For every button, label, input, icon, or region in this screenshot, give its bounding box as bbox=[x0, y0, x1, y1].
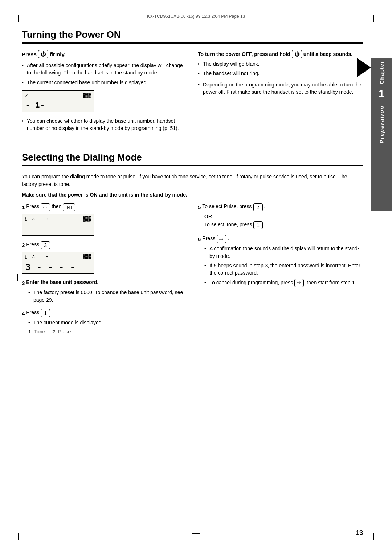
step-5-number: 5 bbox=[198, 204, 201, 210]
step-4-sublabels: 1: Tone 2: Pulse bbox=[28, 329, 187, 335]
to-turn-text2: until a beep sounds. bbox=[303, 51, 352, 57]
section1-right-bullet2: Depending on the programming mode, you m… bbox=[198, 81, 363, 96]
section1-right-bullets: The display will go blank. The handset w… bbox=[198, 60, 363, 77]
chapter-number: 1 bbox=[379, 88, 384, 100]
battery-icon: ▓▓▓ bbox=[83, 216, 91, 222]
antenna-icon: ℹ bbox=[25, 254, 27, 260]
or-text: OR bbox=[204, 214, 212, 219]
cancel-key: ⇨ bbox=[294, 279, 304, 287]
arrow-mid-icon: → bbox=[46, 216, 48, 221]
lcd-text-1: - 1- bbox=[26, 101, 45, 109]
step-1: 1 Press ⇨ then INT ℹ ʌ → ▓▓▓ bbox=[22, 203, 187, 235]
step-6-period: . bbox=[228, 235, 229, 242]
bullet-item: After all possible configurations briefl… bbox=[22, 62, 187, 77]
crop-mark bbox=[11, 22, 18, 22]
step-5: 5 To select Pulse, press 2 . OR To selec… bbox=[198, 203, 363, 230]
press-firmly-line: Press ⏻ firmly. bbox=[22, 50, 187, 58]
press-text: Press bbox=[22, 51, 37, 57]
chapter-sidebar: Chapter 1 Preparation bbox=[371, 58, 392, 211]
section1-left-bullets: After all possible configurations briefl… bbox=[22, 62, 187, 86]
battery-icon: ▓▓▓ bbox=[83, 93, 91, 98]
step-1-key1: ⇨ bbox=[41, 203, 50, 211]
main-content: Turning the Power ON Press ⏻ firmly. Aft… bbox=[22, 29, 363, 340]
step-4-bullets: The current mode is displayed. bbox=[28, 319, 187, 326]
step-5-line-a: 5 To select Pulse, press 2 . bbox=[198, 203, 363, 211]
bullet-item: Depending on the programming mode, you m… bbox=[198, 81, 363, 96]
step-3-bold: Enter the base unit password. bbox=[26, 279, 98, 286]
cross-mark bbox=[14, 274, 21, 281]
step-1-number: 1 bbox=[22, 204, 25, 210]
step-1-line: 1 Press ⇨ then INT bbox=[22, 203, 187, 211]
step-6-number: 6 bbox=[198, 236, 201, 242]
step-2-number: 2 bbox=[22, 242, 25, 248]
step-6-press: Press bbox=[202, 235, 215, 242]
antenna-icon: ✓ bbox=[25, 93, 28, 98]
firmly-text: firmly. bbox=[50, 51, 66, 57]
cross-mark bbox=[192, 18, 200, 25]
section2-intro: You can program the dialing mode to tone… bbox=[22, 173, 363, 188]
step-4-key: 1 bbox=[41, 309, 50, 317]
bullet-item: You can choose whether to display the ba… bbox=[22, 117, 187, 132]
step-6: 6 Press ⇨ . A confirmation tone sounds a… bbox=[198, 235, 363, 287]
step-5-key1: 2 bbox=[253, 203, 263, 211]
label-2-pulse: 2: Pulse bbox=[52, 329, 71, 335]
section1-two-col: Press ⏻ firmly. After all possible confi… bbox=[22, 50, 363, 134]
steps-col-right: 5 To select Pulse, press 2 . OR To selec… bbox=[198, 203, 363, 339]
step-5-or: OR bbox=[204, 213, 363, 219]
section1-col-right: To turn the power OFF, press and hold ⏻ … bbox=[198, 50, 363, 134]
signal-icon: ʌ bbox=[32, 254, 35, 259]
bullet-item: The current mode is displayed. bbox=[28, 319, 187, 326]
bullet-item: To cancel during programming, press ⇨, t… bbox=[204, 279, 363, 287]
section2-bold-note: Make sure that the power is ON and the u… bbox=[22, 192, 363, 198]
steps-col-left: 1 Press ⇨ then INT ℹ ʌ → ▓▓▓ bbox=[22, 203, 187, 339]
step-1-press: Press bbox=[26, 203, 39, 210]
bullet-item: A confirmation tone sounds and the displ… bbox=[204, 245, 363, 260]
step-2-line: 2 Press 3 bbox=[22, 241, 187, 250]
cross-mark bbox=[371, 274, 378, 281]
lcd-display-step1: ℹ ʌ → ▓▓▓ bbox=[22, 214, 94, 236]
crop-mark bbox=[374, 22, 381, 22]
cross-mark bbox=[192, 530, 200, 537]
step-5-period: . bbox=[264, 203, 266, 210]
crop-mark bbox=[18, 15, 19, 22]
page-container: KX-TCD961CXB(06~16) 99.12.3 2:04 PM Page… bbox=[0, 0, 392, 555]
crop-mark bbox=[373, 15, 374, 22]
crop-mark bbox=[18, 533, 19, 540]
step-4: 4 Press 1 The current mode is displayed.… bbox=[22, 309, 187, 335]
battery-icon: ▓▓▓ bbox=[83, 254, 91, 259]
step-2-key: 3 bbox=[41, 241, 50, 249]
step-4-press: Press bbox=[26, 309, 39, 316]
bullet-item: If 5 beeps sound in step 3, the entered … bbox=[204, 262, 363, 277]
section1-title: Turning the Power ON bbox=[22, 29, 363, 44]
step-6-bullets: A confirmation tone sounds and the displ… bbox=[204, 245, 363, 287]
power-key-btn: ⏻ bbox=[38, 50, 48, 58]
step-4-line: 4 Press 1 bbox=[22, 309, 187, 317]
page-number: 13 bbox=[356, 529, 363, 537]
step-3: 3 Enter the base unit password. The fact… bbox=[22, 279, 187, 304]
step-1-then: then bbox=[52, 203, 61, 210]
label-1-tone: 1: Tone bbox=[28, 329, 45, 335]
step-6-line: 6 Press ⇨ . bbox=[198, 235, 363, 243]
to-turn-text1: To turn the power OFF, press and hold bbox=[198, 51, 290, 57]
bullet-item: The display will go blank. bbox=[198, 60, 363, 68]
step-2: 2 Press 3 ℹ ʌ → ▓▓▓ 3 - - - - bbox=[22, 241, 187, 274]
to-turn-title: To turn the power OFF, press and hold ⏻ … bbox=[198, 50, 363, 58]
top-meta: KX-TCD961CXB(06~16) 99.12.3 2:04 PM Page… bbox=[147, 14, 245, 19]
step-5-line-b: To select Tone, press 1 . bbox=[204, 221, 363, 230]
crop-mark bbox=[11, 533, 18, 533]
step-5-tone-text: To select Tone, press bbox=[204, 221, 252, 228]
step-3-bullets: The factory preset is 0000. To change th… bbox=[28, 289, 187, 304]
section1-left-bullet2: You can choose whether to display the ba… bbox=[22, 117, 187, 132]
step-1-key2: INT bbox=[63, 203, 75, 211]
step-5-key2: 1 bbox=[253, 221, 263, 229]
lcd-display-step2: ℹ ʌ → ▓▓▓ 3 - - - - bbox=[22, 252, 94, 274]
crop-mark bbox=[373, 533, 374, 540]
lcd-display-1: ✓ ▓▓▓ - 1- bbox=[22, 90, 94, 112]
section1-col-left: Press ⏻ firmly. After all possible confi… bbox=[22, 50, 187, 134]
steps-two-col: 1 Press ⇨ then INT ℹ ʌ → ▓▓▓ bbox=[22, 203, 363, 339]
section2-title: Selecting the Dialing Mode bbox=[22, 152, 363, 166]
preparation-label: Preparation bbox=[379, 105, 385, 143]
antenna-icon: ℹ bbox=[25, 216, 27, 222]
arrow-mid-icon: → bbox=[46, 254, 48, 259]
power-key-btn-off: ⏻ bbox=[292, 50, 302, 58]
